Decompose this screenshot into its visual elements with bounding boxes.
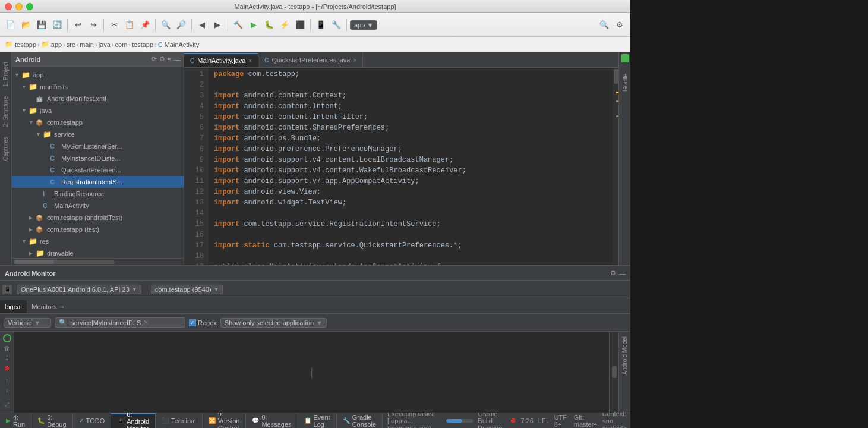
tab-mainactivity-close[interactable]: × <box>248 58 252 64</box>
logcat-tab[interactable]: logcat <box>0 300 27 313</box>
tab-version-control[interactable]: 🔀 9: Version Control <box>203 413 247 428</box>
tab-mainactivity[interactable]: C MainActivity.java × <box>184 53 258 67</box>
project-panel-label[interactable]: 1: Project <box>2 57 9 92</box>
line-sep: LF÷ <box>538 417 550 424</box>
up-icon[interactable]: ↑ <box>5 377 9 384</box>
gear-icon[interactable]: ⚙ <box>159 55 165 63</box>
tab-messages[interactable]: 💬 0: Messages <box>246 413 298 428</box>
scroll-log-icon[interactable]: ⤓ <box>4 354 10 362</box>
forward-btn[interactable]: ▶ <box>210 18 225 32</box>
monitors-tab[interactable]: Monitors → <box>27 300 70 313</box>
close-panel-icon[interactable]: — <box>173 56 180 63</box>
tree-item-res[interactable]: ▼ 📁 res <box>12 235 184 247</box>
breadcrumb-java[interactable]: java <box>99 41 111 48</box>
code-editor[interactable]: package com.testapp; import android.cont… <box>208 68 613 265</box>
log-scrollbar[interactable] <box>609 332 618 413</box>
settings-icon[interactable]: ≡ <box>168 56 171 63</box>
tree-item-java[interactable]: ▼ 📁 java <box>12 105 184 117</box>
app-filter-selector[interactable]: Show only selected application ▼ <box>220 318 327 328</box>
structure-panel-label[interactable]: 2: Structure <box>2 92 9 132</box>
tab-debug[interactable]: 🐛 5: Debug <box>31 413 72 428</box>
back-btn[interactable]: ◀ <box>195 18 209 32</box>
bottom-panel-title: Android Monitor <box>5 270 56 277</box>
minimize-button[interactable] <box>15 3 23 10</box>
tab-terminal[interactable]: ⬛ Terminal <box>156 413 203 428</box>
monitor-settings-icon[interactable]: ⚙ <box>610 269 616 277</box>
cursor-position: | <box>310 366 313 379</box>
breadcrumb-testapp-pkg[interactable]: testapp <box>132 41 153 48</box>
clear-log-icon[interactable]: 🗑 <box>4 345 10 352</box>
breadcrumb-app[interactable]: 📁 app <box>41 40 62 48</box>
tree-item-androidtest[interactable]: ▶ 📦 com.testapp (androidTest) <box>12 212 184 224</box>
search-filter[interactable]: 🔍 :service|MyInstanceIDLS ✕ <box>55 317 185 328</box>
tree-item-drawable[interactable]: ▶ 📁 drawable <box>12 247 184 258</box>
tree-item-binding[interactable]: I BindingResource <box>12 188 184 200</box>
monitor-minimize-icon[interactable]: — <box>619 270 626 277</box>
tab-quickstart[interactable]: C QuickstartPreferences.java × <box>258 53 363 67</box>
stop-build-icon[interactable]: ⊗ <box>510 417 516 424</box>
redo-btn[interactable]: ↪ <box>86 18 100 32</box>
breadcrumb-main[interactable]: main <box>80 41 94 48</box>
search-everywhere-btn[interactable]: 🔍 <box>597 18 611 32</box>
tree-item-androidmanifest[interactable]: 🤖 AndroidManifest.xml <box>12 93 184 105</box>
sync-btn[interactable]: 🔄 <box>50 18 64 32</box>
debug-tab-icon: 🐛 <box>37 417 45 424</box>
regex-toggle[interactable]: ✓ Regex <box>189 319 217 326</box>
tab-gradle-console[interactable]: 🔧 Gradle Console <box>337 413 383 428</box>
breadcrumb-src[interactable]: src <box>67 41 75 48</box>
open-btn[interactable]: 📂 <box>19 18 33 32</box>
new-project-btn[interactable]: 📄 <box>4 18 18 32</box>
run-btn[interactable]: ▶ <box>247 18 261 32</box>
breadcrumb-mainactivity[interactable]: C MainActivity <box>158 41 200 48</box>
maximize-button[interactable] <box>26 3 33 10</box>
tree-item-test[interactable]: ▶ 📦 com.testapp (test) <box>12 224 184 235</box>
avd-btn[interactable]: 📱 <box>314 18 328 32</box>
tab-todo[interactable]: ✓ TODO <box>73 413 112 428</box>
settings-btn[interactable]: ⚙ <box>613 18 627 32</box>
log-level-selector[interactable]: Verbose ▼ <box>4 318 51 328</box>
process-selector[interactable]: com.testapp (9540) ▼ <box>151 285 223 294</box>
stop-btn[interactable]: ⬛ <box>293 18 307 32</box>
start-log-icon[interactable] <box>3 334 11 342</box>
regex-checkbox[interactable]: ✓ <box>189 319 196 326</box>
find-btn[interactable]: 🔍 <box>159 18 173 32</box>
run-config-selector[interactable]: app ▼ <box>350 20 377 30</box>
debug-btn[interactable]: 🐛 <box>262 18 276 32</box>
tree-item-mainactivity[interactable]: C MainActivity <box>12 200 184 212</box>
tree-item-registration[interactable]: C RegistrationIntentS... <box>12 176 184 188</box>
device-selector[interactable]: OnePlus A0001 Android 6.0.1, API 23 ▼ <box>17 285 141 294</box>
tree-item-com-testapp[interactable]: ▼ 📦 com.testapp <box>12 117 184 128</box>
tab-event-log[interactable]: 📋 Event Log <box>298 413 337 428</box>
sdk-btn[interactable]: 🔧 <box>329 18 343 32</box>
breadcrumb-testapp[interactable]: 📁 testapp <box>5 40 36 48</box>
app-filter-label: Show only selected application <box>225 319 314 326</box>
gradle-tab[interactable]: Gradle <box>619 64 630 101</box>
tree-item-manifests[interactable]: ▼ 📁 manifests <box>12 81 184 93</box>
tree-item-myinstanceid[interactable]: C MyInstanceIDListe... <box>12 152 184 164</box>
breadcrumb-com[interactable]: com <box>115 41 128 48</box>
replace-btn[interactable]: 🔎 <box>174 18 188 32</box>
tree-item-quickstart[interactable]: C QuickstartPreferen... <box>12 164 184 176</box>
wrap-icon[interactable]: ⇌ <box>4 401 10 408</box>
tab-android-monitor[interactable]: 📱 6: Android Monitor <box>111 413 156 428</box>
tree-item-service[interactable]: ▼ 📁 service <box>12 128 184 140</box>
tree-item-app[interactable]: ▼ 📁 app <box>12 69 184 81</box>
down-icon[interactable]: ↓ <box>5 386 9 394</box>
close-button[interactable] <box>5 3 12 10</box>
build-btn[interactable]: 🔨 <box>231 18 245 32</box>
copy-btn[interactable]: 📋 <box>122 18 137 32</box>
captures-label[interactable]: Captures <box>2 132 9 166</box>
undo-btn[interactable]: ↩ <box>71 18 85 32</box>
save-btn[interactable]: 💾 <box>34 18 49 32</box>
tab-run[interactable]: ▶ 4: Run <box>0 413 31 428</box>
line-numbers: 12345 678910 1112131415 16171819 <box>184 68 208 265</box>
tree-item-mygcm[interactable]: C MyGcmListenerSer... <box>12 140 184 152</box>
cut-btn[interactable]: ✂ <box>107 18 121 32</box>
tab-quickstart-close[interactable]: × <box>353 57 356 64</box>
paste-btn[interactable]: 📌 <box>138 18 152 32</box>
stop-log-icon[interactable]: ⊗ <box>4 364 10 372</box>
android-model-label[interactable]: Android Model <box>621 332 628 379</box>
profile-btn[interactable]: ⚡ <box>277 18 292 32</box>
sync-icon[interactable]: ⟳ <box>151 55 157 63</box>
search-filter-clear[interactable]: ✕ <box>143 319 149 326</box>
